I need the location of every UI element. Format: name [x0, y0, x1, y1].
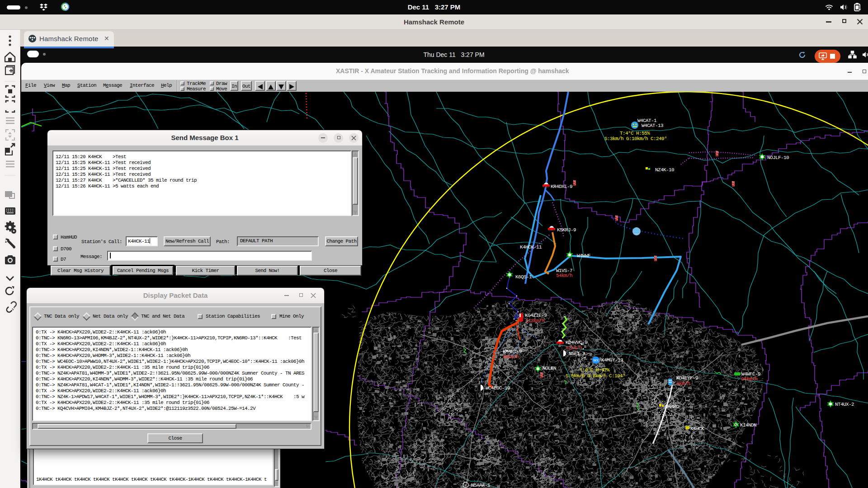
svg-text:T:6°C H:47%: T:6°C H:47% — [580, 367, 610, 373]
svg-text:K4HCK-11: K4HCK-11 — [520, 244, 542, 250]
svg-text:WC4EOC-10: WC4EOC-10 — [486, 385, 510, 391]
svg-text:NOJLF-10: NOJLF-10 — [767, 155, 789, 160]
svg-text:WX: WX — [593, 359, 599, 362]
svg-text:N5AAA-1: N5AAA-1 — [471, 483, 491, 488]
svg-text:NT4UX-2: NT4UX-2 — [835, 402, 854, 407]
svg-text:KD4VVC-9: KD4VVC-9 — [566, 340, 587, 345]
svg-text:S:5km/h G:8km/h C:194°: S:5km/h G:8km/h C:194° — [566, 373, 625, 379]
svg-text:KG4ZIE-3: KG4ZIE-3 — [525, 313, 547, 318]
svg-text:S:3km/h G:10km/h C:249°: S:3km/h G:10km/h C:249° — [604, 136, 667, 141]
svg-text:52km/h: 52km/h — [566, 345, 582, 351]
svg-text:KR4DXL-9: KR4DXL-9 — [551, 184, 572, 189]
svg-text:KD4EYF-9: KD4EYF-9 — [676, 375, 698, 381]
svg-text:NOLEN: NOLEN — [542, 366, 556, 371]
svg-text:K4HCK: K4HCK — [690, 426, 704, 432]
svg-text:0km/h: 0km/h — [676, 381, 690, 386]
svg-text:K4MGY-13: K4MGY-13 — [601, 357, 623, 363]
svg-text:113km/h: 113km/h — [525, 318, 544, 324]
svg-text:KM4PT-9: KM4PT-9 — [503, 349, 522, 354]
svg-text:NZ4K-10: NZ4K-10 — [655, 167, 674, 173]
svg-text:94km/h: 94km/h — [741, 376, 757, 382]
svg-text:N5EI-3: N5EI-3 — [569, 351, 585, 357]
svg-text:R: R — [465, 483, 467, 488]
svg-text:K6QS-1: K6QS-1 — [515, 274, 532, 280]
svg-text:KI4NDN: KI4NDN — [740, 422, 756, 428]
svg-text:30km/h: 30km/h — [503, 354, 519, 360]
svg-text:ORARC: ORARC — [665, 404, 679, 409]
svg-text:K5KRJ-9: K5KRJ-9 — [557, 227, 576, 233]
svg-text:W4CAT-13: W4CAT-13 — [642, 123, 663, 128]
svg-text:S: S — [735, 423, 737, 428]
svg-text:W4WWF: W4WWF — [577, 253, 590, 258]
svg-text:54km/h: 54km/h — [556, 273, 572, 278]
svg-text:T:4°C H:55%: T:4°C H:55% — [620, 131, 650, 136]
